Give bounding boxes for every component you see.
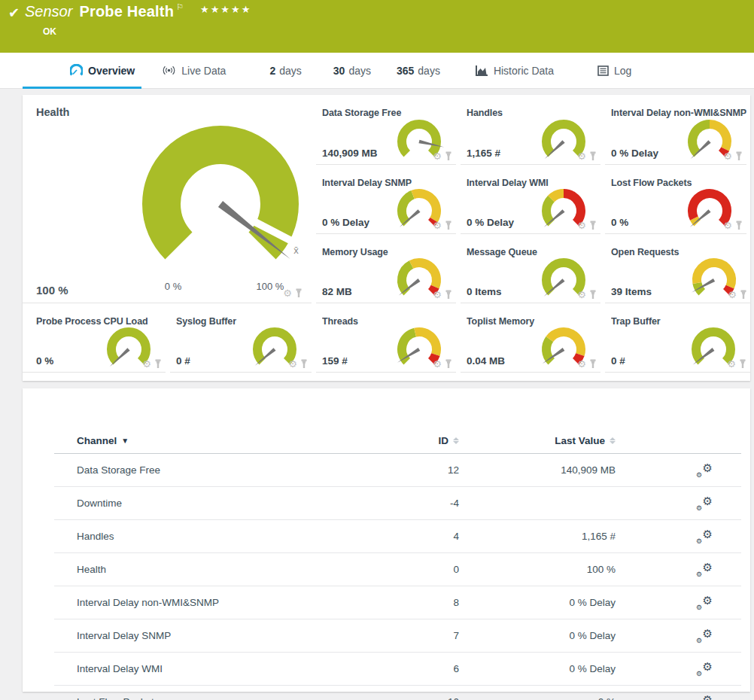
tab-2-days[interactable]: 2 days [269, 53, 301, 88]
pin-icon[interactable] [445, 151, 452, 161]
cell-channel[interactable]: Interval Delay non-WMI&SNMP [54, 597, 405, 608]
channel-settings-gear-icon[interactable]: ⚙ [728, 290, 737, 300]
cell-channel[interactable]: Interval Delay WMI [54, 663, 405, 674]
health-title: Health [36, 106, 69, 118]
active-tab-underline [23, 87, 141, 89]
table-row[interactable]: Interval Delay WMI 6 0 % Delay ⚙⚙ [54, 653, 741, 686]
channel-settings-gear-icon[interactable]: ⚙ [723, 151, 732, 161]
gauge-cell: Threads 159 # ⚙ [316, 303, 456, 373]
table-row[interactable]: Health 0 100 % ⚙⚙ [54, 553, 741, 586]
channel-settings-gears-icon[interactable]: ⚙⚙ [696, 662, 713, 677]
gauge-cell-value: 82 MB [322, 286, 352, 297]
gauge-cell-value: 0.04 MB [467, 355, 505, 367]
pin-icon[interactable] [589, 290, 597, 300]
pin-icon[interactable] [589, 151, 597, 161]
channel-settings-gear-icon[interactable]: ⚙ [577, 221, 586, 230]
sort-icon [453, 437, 459, 444]
cell-channel[interactable]: Handles [54, 531, 405, 542]
tab-historic-data[interactable]: Historic Data [475, 53, 554, 88]
gauge-cell-value: 0 % Delay [467, 217, 514, 228]
channel-settings-gear-icon[interactable]: ⚙ [288, 359, 297, 369]
channel-settings-gear-icon[interactable]: ⚙ [433, 151, 442, 161]
chevron-down-icon: ▼ [121, 437, 129, 445]
gauge-cell: Interval Delay WMI 0 % Delay ⚙ [461, 165, 600, 234]
channel-settings-gears-icon[interactable]: ⚙⚙ [696, 562, 713, 577]
column-header-last-value[interactable]: Last Value [459, 435, 616, 446]
column-header-id[interactable]: ID [405, 435, 459, 446]
channel-settings-gears-icon[interactable]: ⚙⚙ [696, 628, 713, 644]
priority-stars[interactable]: ★★★★★ [200, 4, 251, 15]
channel-settings-gear-icon[interactable]: ⚙ [577, 290, 586, 300]
gauges-panel: Health x̄ 0 % 100 % 100 % ⚙ Data Storage… [23, 95, 750, 381]
pin-icon[interactable] [295, 288, 303, 298]
svg-text:x̄: x̄ [293, 245, 299, 256]
tab-log[interactable]: Log [597, 53, 631, 88]
channel-settings-gear-icon[interactable]: ⚙ [283, 288, 292, 298]
cell-last-value: 1,165 # [459, 531, 616, 542]
area-chart-icon [475, 65, 488, 77]
gauge-cell: Open Requests 39 Items ⚙ [605, 234, 751, 303]
channel-settings-gear-icon[interactable]: ⚙ [723, 221, 732, 230]
pin-icon[interactable] [735, 151, 743, 161]
channel-settings-gear-icon[interactable]: ⚙ [142, 359, 151, 369]
pin-icon[interactable] [735, 221, 743, 230]
channel-settings-gears-icon[interactable]: ⚙⚙ [696, 496, 713, 511]
pin-icon[interactable] [445, 221, 452, 230]
flag-icon[interactable]: ⚐ [176, 2, 184, 12]
tab-30-days[interactable]: 30 days [333, 53, 371, 88]
channel-settings-gears-icon[interactable]: ⚙⚙ [696, 463, 713, 478]
cell-last-value: 140,909 MB [459, 464, 616, 476]
channel-settings-gear-icon[interactable]: ⚙ [433, 221, 442, 230]
pin-icon[interactable] [589, 359, 597, 369]
gauge-cell: Interval Delay non-WMI&SNMP 0 % Delay ⚙ [605, 95, 746, 165]
table-row[interactable]: Data Storage Free 12 140,909 MB ⚙⚙ [54, 454, 741, 487]
pin-icon[interactable] [445, 359, 452, 369]
gauge-cell: Memory Usage 82 MB ⚙ [316, 234, 456, 303]
channel-settings-gear-icon[interactable]: ⚙ [433, 359, 442, 369]
channel-settings-gears-icon[interactable]: ⚙⚙ [696, 529, 713, 544]
pin-icon[interactable] [445, 290, 452, 300]
pin-icon[interactable] [739, 359, 746, 369]
pin-icon[interactable] [300, 359, 308, 369]
cell-channel[interactable]: Downtime [54, 498, 405, 509]
cell-id: 7 [405, 630, 459, 641]
gauge-cell-value: 0 % Delay [322, 217, 369, 228]
gauge-icon [70, 64, 83, 77]
pin-icon[interactable] [589, 221, 597, 230]
gauge-cell-title: Data Storage Free [322, 108, 456, 118]
channel-settings-gears-icon[interactable]: ⚙⚙ [696, 595, 713, 610]
cell-id: 0 [405, 564, 459, 575]
tab-365-days[interactable]: 365 days [397, 53, 440, 88]
pin-icon[interactable] [154, 359, 162, 369]
table-row[interactable]: Handles 4 1,165 # ⚙⚙ [54, 520, 741, 553]
table-row[interactable]: Lost Flow Packets 10 0 % ⚙⚙ [54, 686, 741, 700]
tab-live-data[interactable]: Live Data [162, 53, 226, 88]
table-row[interactable]: Interval Delay SNMP 7 0 % Delay ⚙⚙ [54, 619, 741, 653]
channel-settings-gear-icon[interactable]: ⚙ [577, 151, 586, 161]
table-row[interactable]: Downtime -4 ⚙⚙ [54, 487, 741, 520]
tab-overview[interactable]: Overview [70, 53, 135, 88]
cell-channel[interactable]: Interval Delay SNMP [54, 630, 405, 641]
column-header-channel[interactable]: Channel ▼ [54, 435, 405, 446]
cell-last-value: 0 % Delay [459, 630, 616, 641]
gauge-cell: Data Storage Free 140,909 MB ⚙ [316, 95, 456, 165]
pin-icon[interactable] [740, 290, 747, 300]
sort-icon [610, 437, 616, 444]
gauge-cell-value: 0 # [176, 355, 190, 367]
cell-channel[interactable]: Health [54, 564, 405, 575]
channel-settings-gear-icon[interactable]: ⚙ [433, 290, 442, 300]
status-check-icon: ✔ [8, 5, 20, 21]
gauge-cell-value: 39 Items [611, 286, 652, 297]
object-kind-label: Sensor [25, 3, 72, 20]
channel-settings-gear-icon[interactable]: ⚙ [727, 359, 736, 369]
gauge-cell: Message Queue 0 Items ⚙ [461, 234, 600, 303]
channel-settings-gears-icon[interactable]: ⚙⚙ [696, 695, 713, 700]
gauge-cell: Handles 1,165 # ⚙ [461, 95, 600, 165]
channel-settings-gear-icon[interactable]: ⚙ [577, 359, 586, 369]
table-row[interactable]: Interval Delay non-WMI&SNMP 8 0 % Delay … [54, 586, 741, 619]
cell-channel[interactable]: Lost Flow Packets [54, 696, 405, 700]
gauge-min-label: 0 % [154, 281, 192, 292]
cell-last-value: 100 % [459, 564, 616, 575]
cell-channel[interactable]: Data Storage Free [54, 464, 405, 476]
cell-id: 4 [405, 531, 459, 542]
